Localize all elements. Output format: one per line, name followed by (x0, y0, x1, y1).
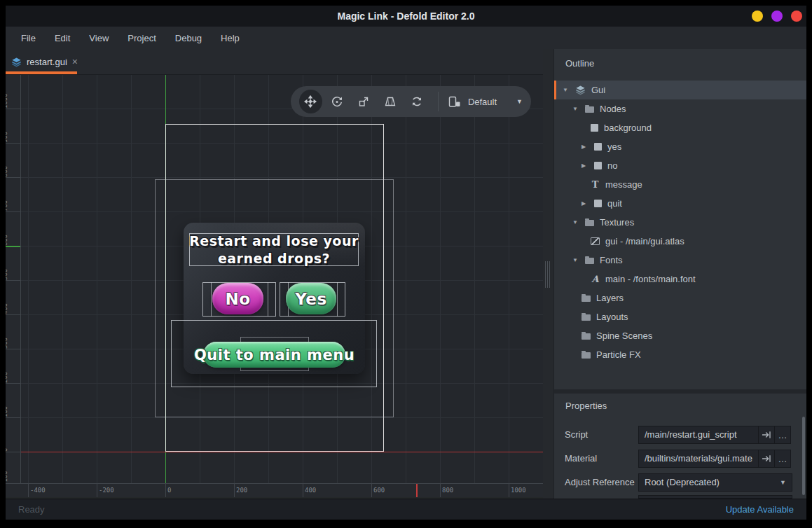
tab-close-icon[interactable]: × (72, 57, 78, 67)
ruler-y-label: 700 (6, 200, 8, 211)
menu-edit[interactable]: Edit (55, 33, 70, 43)
ruler-cursor-marker-y (6, 246, 21, 247)
outline-header: Outline (565, 58, 594, 69)
text-node-icon: T (591, 179, 600, 190)
atlas-icon (591, 237, 600, 245)
outline-node-textures[interactable]: ▼ Textures (554, 213, 806, 232)
node-label: Textures (600, 217, 634, 228)
layout-device-icon (447, 96, 461, 108)
browse-button[interactable]: … (775, 450, 791, 468)
ruler-x-label: 600 (373, 487, 385, 494)
move-tool-button[interactable] (299, 90, 322, 113)
toolbar-divider (438, 92, 439, 111)
box-node-icon (594, 162, 602, 169)
close-window-button[interactable] (791, 11, 802, 22)
outline-node-background[interactable]: background (554, 118, 806, 137)
outline-node-message[interactable]: T message (554, 175, 806, 194)
outline-node-layouts[interactable]: Layouts (554, 307, 806, 326)
ruler-y-label: 900 (6, 132, 8, 143)
adjust-reference-value: Root (Deprecated) (645, 477, 720, 487)
scene-viewport[interactable]: Restart and lose your earned drops? No Y… (21, 75, 543, 483)
script-input[interactable]: /main/restart.gui_script (638, 426, 759, 444)
menu-view[interactable]: View (89, 33, 109, 43)
outline-node-yes[interactable]: ▶ yes (554, 137, 806, 156)
folder-icon (585, 258, 594, 264)
material-input[interactable]: /builtins/materials/gui.mate (638, 450, 759, 468)
expander-icon[interactable]: ▶ (582, 200, 589, 207)
menu-debug[interactable]: Debug (175, 33, 202, 43)
expander-icon[interactable]: ▶ (582, 162, 589, 169)
yes-button[interactable]: Yes (286, 283, 336, 314)
outline-node-main-font[interactable]: A main - /fonts/main.font (554, 270, 806, 289)
window-controls (752, 11, 802, 22)
panel-splitter[interactable] (543, 49, 553, 499)
folder-icon (582, 333, 591, 340)
splitter-grip-icon (545, 261, 550, 288)
expander-icon[interactable]: ▼ (572, 106, 579, 112)
selection-indicator (554, 81, 556, 99)
layout-caret-icon[interactable]: ▼ (516, 98, 523, 105)
outline-node-particle-fx[interactable]: Particle FX (554, 345, 806, 364)
node-label: Particle FX (596, 349, 641, 360)
menu-project[interactable]: Project (128, 33, 156, 43)
reload-tool-button[interactable] (406, 90, 429, 113)
gui-icon (575, 85, 586, 95)
maximize-button[interactable] (771, 11, 783, 22)
scale-tool-button[interactable] (352, 90, 376, 113)
outline-tree: ▼ Gui ▼ Nodes background ▶ yes ▶ (554, 81, 806, 364)
menu-help[interactable]: Help (221, 33, 240, 43)
script-property-row: Script /main/restart.gui_script … (554, 426, 806, 444)
status-bar: Ready Update Available (6, 499, 806, 520)
outline-node-quit[interactable]: ▶ quit (554, 194, 806, 213)
update-available-link[interactable]: Update Available (726, 504, 794, 515)
properties-scrollbar[interactable] (802, 417, 805, 495)
outline-node-gui-atlas[interactable]: gui - /main/gui.atlas (554, 232, 806, 251)
outline-properties-splitter[interactable] (554, 389, 806, 394)
ruler-y-label: -100 (6, 471, 8, 483)
adjust-reference-select[interactable]: Root (Deprecated) ▼ (638, 473, 792, 492)
ruler-x-label: 400 (305, 487, 316, 494)
adjust-reference-row: Adjust Reference Root (Deprecated) ▼ (554, 473, 806, 492)
expander-icon[interactable]: ▶ (582, 144, 589, 150)
title-bar: Magic Link - Defold Editor 2.0 (6, 6, 806, 27)
rotate-tool-button[interactable] (326, 90, 349, 113)
frustum-tool-button[interactable] (379, 90, 402, 113)
expander-icon[interactable]: ▼ (572, 219, 579, 225)
node-label: no (607, 160, 617, 171)
ruler-x-label: 200 (236, 487, 247, 494)
box-node-icon (594, 200, 602, 207)
node-label: Nodes (600, 104, 626, 114)
no-button[interactable]: No (212, 283, 263, 314)
ruler-y-label: 400 (6, 303, 8, 314)
ruler-x-label: 800 (442, 487, 453, 494)
expander-icon[interactable]: ▼ (572, 257, 579, 263)
window-title: Magic Link - Defold Editor 2.0 (337, 11, 474, 22)
outline-node-nodes[interactable]: ▼ Nodes (554, 99, 806, 118)
node-label: Layers (596, 293, 624, 303)
ruler-x-label: 1000 (511, 487, 526, 494)
outline-node-spine-scenes[interactable]: Spine Scenes (554, 326, 806, 345)
expander-icon[interactable]: ▼ (563, 87, 570, 93)
open-resource-button[interactable] (759, 450, 775, 468)
menu-file[interactable]: File (21, 33, 36, 43)
browse-button[interactable]: … (775, 426, 791, 444)
tab-restart-gui[interactable]: restart.gui × (6, 49, 85, 74)
restart-dialog-panel[interactable]: Restart and lose your earned drops? No Y… (184, 223, 365, 374)
layout-selector-value[interactable]: Default (468, 97, 497, 107)
outline-node-fonts[interactable]: ▼ Fonts (554, 251, 806, 270)
outline-node-gui[interactable]: ▼ Gui (554, 81, 806, 99)
properties-header: Properties (565, 401, 607, 411)
node-label: main - /fonts/main.font (605, 274, 696, 284)
slice-guide (268, 282, 268, 317)
active-tab-indicator (6, 71, 77, 74)
outline-node-no[interactable]: ▶ no (554, 156, 806, 175)
outline-node-layers[interactable]: Layers (554, 289, 806, 307)
menu-bar: File Edit View Project Debug Help (6, 27, 806, 49)
quit-button[interactable]: Quit to main menu (203, 342, 345, 368)
open-resource-button[interactable] (759, 426, 775, 444)
minimize-button[interactable] (752, 11, 763, 22)
node-label: Gui (591, 85, 605, 95)
folder-icon (585, 220, 594, 226)
ruler-y-label: 200 (6, 372, 8, 383)
ruler-x-label: 0 (167, 487, 171, 494)
